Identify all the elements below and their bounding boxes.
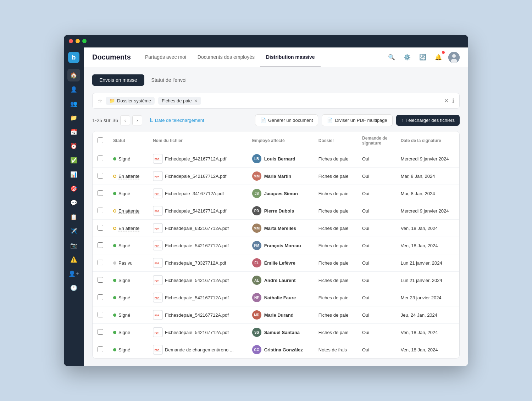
status-dot xyxy=(113,209,116,213)
employee-cell: JS Jacques Simon xyxy=(252,189,309,198)
table-row: Signé PDF Fichesdepaie_542167712A.pdf SS… xyxy=(93,324,459,341)
sidebar-icon-check[interactable]: ✅ xyxy=(67,154,80,166)
table-row: Signé PDF Fichedepaie_542167712A.pdf LB … xyxy=(93,150,459,168)
dossier-cell: Fiches de paie xyxy=(314,237,357,254)
employee-cell: CG Cristina González xyxy=(252,345,309,354)
sidebar-icon-alert[interactable]: ⚠️ xyxy=(67,253,80,266)
svg-text:PDF: PDF xyxy=(155,332,159,334)
table-row: Signé PDF Demande de changement/reno ...… xyxy=(93,341,459,358)
top-nav: Partagés avec moi Documents des employés… xyxy=(139,47,386,67)
filter-info-icon[interactable]: ℹ xyxy=(452,97,454,104)
row-checkbox[interactable] xyxy=(98,329,103,335)
subtab-envois[interactable]: Envois en masse xyxy=(92,74,144,86)
user-avatar[interactable] xyxy=(448,52,460,63)
table-row: Signé PDF Fichesdepaie_542167712A.pdf AL… xyxy=(93,272,459,289)
row-checkbox[interactable] xyxy=(98,225,103,231)
pdf-icon: PDF xyxy=(153,293,163,303)
close-dot[interactable] xyxy=(69,39,73,43)
sort-button[interactable]: ⇅ Date de téléchargement xyxy=(149,118,204,123)
sidebar-icon-add-user[interactable]: 👤+ xyxy=(67,267,80,280)
filter-tag-badge: Fiches de paie ✕ xyxy=(158,97,201,105)
search-button[interactable]: 🔍 xyxy=(386,52,397,63)
signature-date-cell: Mar, 8 Jan, 2024 xyxy=(396,185,459,202)
pagination-next[interactable]: › xyxy=(132,115,142,125)
table-row: En attente PDF Fichedepaie_542167712A.pd… xyxy=(93,168,459,185)
row-checkbox[interactable] xyxy=(98,156,103,161)
main-content: Documents Partagés avec moi Documents de… xyxy=(84,47,468,366)
row-checkbox[interactable] xyxy=(98,208,103,213)
pdf-icon: PDF xyxy=(153,223,163,233)
pdf-icon: PDF xyxy=(153,275,163,285)
status-label: Signé xyxy=(118,191,130,196)
notifications[interactable]: 🔔 xyxy=(433,52,444,63)
employee-name: Marie Durand xyxy=(264,312,294,318)
status-label: En attente xyxy=(118,208,139,214)
svg-text:PDF: PDF xyxy=(155,349,159,351)
employee-name: Pierre Dubois xyxy=(264,208,294,214)
employee-cell: MM Maria Martin xyxy=(252,171,309,181)
toolbar: 1-25 sur 36 ‹ › ⇅ Date de téléchargement… xyxy=(92,114,460,126)
sidebar-icon-clock[interactable]: ⏰ xyxy=(67,140,80,152)
sidebar-icon-folder[interactable]: 📁 xyxy=(67,111,80,124)
sidebar-icon-clipboard[interactable]: 📋 xyxy=(67,210,80,223)
sidebar-icon-home[interactable]: 🏠 xyxy=(67,69,80,81)
sidebar-icon-plane[interactable]: ✈️ xyxy=(67,225,80,237)
employee-name: Louis Bernard xyxy=(264,156,295,162)
row-checkbox[interactable] xyxy=(98,346,103,352)
status-cell: Signé xyxy=(113,330,143,335)
file-cell: PDF Fichesdepaie_73327712A.pdf xyxy=(153,258,242,268)
row-checkbox[interactable] xyxy=(98,277,103,283)
settings-button[interactable]: ⚙️ xyxy=(401,52,413,63)
signature-date-cell: Ven, 18 Jan, 2024 xyxy=(396,324,459,341)
minimize-dot[interactable] xyxy=(76,39,80,43)
sidebar-icon-target[interactable]: 🎯 xyxy=(67,182,80,195)
fullscreen-dot[interactable] xyxy=(82,39,87,43)
signature-date-cell: Lun 21 janvier, 2024 xyxy=(396,254,459,272)
refresh-button[interactable]: 🔄 xyxy=(417,52,428,63)
sidebar-icon-chart[interactable]: 📊 xyxy=(67,168,80,181)
employee-name: Jacques Simon xyxy=(264,191,298,196)
upload-icon: ↑ xyxy=(401,118,404,123)
upload-btn[interactable]: ↑ Télécharger des fichiers xyxy=(396,115,460,126)
filter-clear-icon[interactable]: ✕ xyxy=(444,97,449,104)
table-row: Pas vu PDF Fichesdepaie_73327712A.pdf ÉL… xyxy=(93,254,459,272)
tag-close-icon[interactable]: ✕ xyxy=(194,98,198,103)
dossier-cell: Fiches de paie xyxy=(314,306,357,324)
pagination-range: 1-25 sur xyxy=(92,118,110,123)
row-checkbox[interactable] xyxy=(98,260,103,265)
status-dot xyxy=(113,244,116,247)
sidebar-icon-history[interactable]: 🕐 xyxy=(67,281,80,294)
app-window: b 🏠 👤 👥 📁 📅 ⏰ ✅ 📊 🎯 💬 📋 ✈️ 📷 ⚠️ 👤+ 🕐 Doc… xyxy=(64,35,468,366)
subtab-statut[interactable]: Statut de l'envoi xyxy=(144,74,194,86)
row-checkbox[interactable] xyxy=(98,190,103,196)
pagination-prev[interactable]: ‹ xyxy=(120,115,130,125)
topbar: Documents Partagés avec moi Documents de… xyxy=(84,47,468,67)
row-checkbox[interactable] xyxy=(98,312,103,317)
nav-employes[interactable]: Documents des employés xyxy=(192,47,260,67)
select-all-checkbox[interactable] xyxy=(98,137,103,143)
filename: Fichedepaie_34167712A.pdf xyxy=(165,191,224,196)
nav-partages[interactable]: Partagés avec moi xyxy=(139,47,192,67)
signature-date-cell: Jeu, 24 Jan, 2024 xyxy=(396,306,459,324)
row-checkbox[interactable] xyxy=(98,294,103,300)
sidebar-icon-person[interactable]: 👤 xyxy=(67,83,80,96)
filename: Fichesdepaie_73327712A.pdf xyxy=(165,260,226,266)
sidebar-icon-chat[interactable]: 💬 xyxy=(67,196,80,209)
logo[interactable]: b xyxy=(68,52,79,63)
generate-btn[interactable]: 📄 Générer un document xyxy=(255,114,318,126)
sidebar-icon-camera[interactable]: 📷 xyxy=(67,239,80,252)
star-icon[interactable]: ☆ xyxy=(98,98,102,104)
employee-name: Maria Martin xyxy=(264,174,292,179)
svg-text:PDF: PDF xyxy=(155,210,159,213)
sidebar-icon-team[interactable]: 👥 xyxy=(67,97,80,110)
split-btn[interactable]: 📄 Diviser un PDF multipage xyxy=(322,114,392,126)
employee-avatar: LB xyxy=(252,154,261,163)
signature-req-cell: Oui xyxy=(357,289,396,306)
row-checkbox[interactable] xyxy=(98,173,103,179)
dossier-cell: Fiches de paie xyxy=(314,220,357,237)
nav-distribution[interactable]: Distribution massive xyxy=(260,47,321,67)
file-cell: PDF Fichesdepaie_542167712A.pdf xyxy=(153,241,242,250)
row-checkbox[interactable] xyxy=(98,242,103,248)
sidebar-icon-calendar[interactable]: 📅 xyxy=(67,125,80,138)
employee-avatar: FM xyxy=(252,241,261,250)
